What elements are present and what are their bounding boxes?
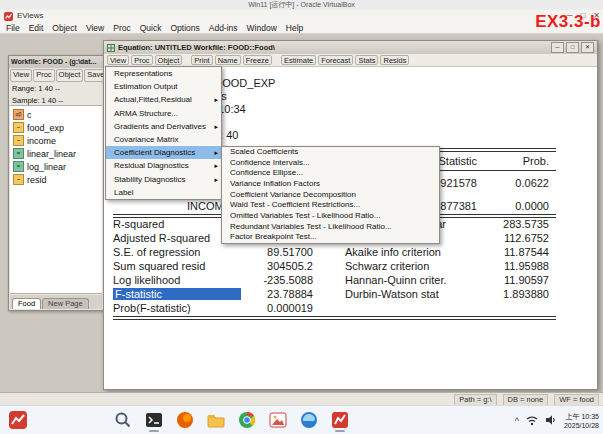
eq-view-button[interactable]: View [107, 55, 129, 65]
chrome-icon[interactable] [236, 409, 258, 431]
menu-window[interactable]: Window [247, 22, 277, 33]
equation-icon [13, 148, 24, 159]
workfile-save-button[interactable]: Save [84, 69, 103, 82]
eq-name-button[interactable]: Name [215, 55, 241, 65]
eq-estimate-button[interactable]: Estimate [281, 55, 316, 65]
firefox-icon[interactable] [174, 409, 196, 431]
workfile-tabs: Food New Page [10, 295, 102, 309]
list-item[interactable]: c [10, 108, 102, 121]
eq-print-button[interactable]: Print [191, 55, 212, 65]
eq-forecast-button[interactable]: Forecast [318, 55, 353, 65]
list-item[interactable]: log_linear [10, 160, 102, 173]
edge-icon[interactable] [298, 409, 320, 431]
submenu-item-variance-inflation-factors[interactable]: Variance Inflation Factors [222, 179, 439, 190]
network-icon[interactable] [526, 412, 538, 430]
tray-time: 上午 10:35 [564, 412, 599, 421]
stat-label: R-squared [113, 218, 164, 230]
minimize-icon[interactable]: ─ [551, 42, 564, 53]
menu-item-stability-diagnostics[interactable]: Stability Diagnostics [106, 173, 221, 186]
terminal-icon[interactable] [143, 409, 165, 431]
workfile-object-button[interactable]: Object [56, 69, 84, 82]
stat-label: Hannan-Quinn criter. [345, 274, 447, 286]
menu-quick[interactable]: Quick [140, 22, 162, 33]
submenu-item-wald-test[interactable]: Wald Test - Coefficient Restrictions... [222, 200, 439, 211]
eq-proc-button[interactable]: Proc [131, 55, 152, 65]
menu-item-coefficient-diagnostics[interactable]: Coefficient Diagnostics [106, 146, 221, 159]
eq-object-button[interactable]: Object [155, 55, 183, 65]
menu-item-covariance-matrix[interactable]: Covariance Matrix [106, 133, 221, 146]
menu-item-estimation-output[interactable]: Estimation Output [106, 80, 221, 93]
submenu-item-scaled-coefficients[interactable]: Scaled Coefficients [222, 147, 439, 158]
workfile-window[interactable]: Workfile: FOOD - (g:\dat... View Proc Ob… [8, 55, 104, 311]
equation-titlebar[interactable]: Equation: UNTITLED Workfile: FOOD::Food\… [104, 41, 597, 54]
object-label: income [27, 136, 56, 146]
submenu-item-omitted-variables-test[interactable]: Omitted Variables Test - Likelihood Rati… [222, 211, 439, 222]
eq-freeze-button[interactable]: Freeze [243, 55, 272, 65]
submenu-item-redundant-variables-test[interactable]: Redundant Variables Test - Likelihood Ra… [222, 222, 439, 233]
equation-title: Equation: UNTITLED Workfile: FOOD::Food\ [118, 43, 275, 52]
menu-item-gradients-derivatives[interactable]: Gradients and Derivatives [106, 120, 221, 133]
window-grid-icon [107, 44, 115, 52]
statusbar: Path = g:\ DB = none WF = food [0, 392, 603, 405]
annotation-label: EX3.3-b [535, 12, 601, 32]
menu-proc[interactable]: Proc [113, 22, 130, 33]
menu-help[interactable]: Help [286, 22, 303, 33]
menu-item-label[interactable]: Label [106, 186, 221, 199]
list-item[interactable]: linear_linear [10, 147, 102, 160]
workfile-toolbar: View Proc Object Save Freeze [9, 68, 103, 83]
stat-label: Schwarz criterion [345, 260, 429, 272]
workfile-view-button[interactable]: View [10, 69, 32, 82]
taskbar-clock[interactable]: 上午 10:35 2025/10/28 [564, 412, 599, 430]
menubar: File Edit Object View Proc Quick Options… [0, 22, 603, 34]
stat-value: 112.6752 [504, 232, 549, 244]
eviews-logo-icon [4, 12, 13, 21]
stat-label: Log likelihood [113, 274, 180, 286]
object-label: linear_linear [27, 149, 76, 159]
workfile-titlebar[interactable]: Workfile: FOOD - (g:\dat... [9, 56, 103, 68]
workfile-object-list: c food_exp income linear_linear log_line… [10, 105, 102, 294]
submenu-item-factor-breakpoint-test[interactable]: Factor Breakpoint Test... [222, 232, 439, 243]
stat-value: 1.893880 [503, 288, 549, 300]
volume-icon[interactable] [545, 412, 557, 430]
stats-row: S.E. of regression 89.51700 Akaike info … [112, 246, 549, 258]
eviews-taskbar-icon[interactable] [8, 410, 28, 430]
stat-label: Akaike info criterion [345, 246, 441, 258]
file-explorer-icon[interactable] [205, 409, 227, 431]
menu-file[interactable]: File [6, 22, 20, 33]
virtualbox-titlebar: Win11 [运行中] - Oracle VirtualBox [0, 0, 603, 10]
menu-item-actual-fitted-residual[interactable]: Actual,Fitted,Residual [106, 93, 221, 106]
f-statistic-cell-selected[interactable]: F-statistic [113, 288, 241, 300]
eq-resids-button[interactable]: Resids [380, 55, 409, 65]
eq-stats-button[interactable]: Stats [355, 55, 378, 65]
restore-icon[interactable]: □ [566, 42, 579, 53]
menu-item-arma-structure[interactable]: ARMA Structure... [106, 107, 221, 120]
tab-new-page[interactable]: New Page [42, 298, 89, 309]
menu-object[interactable]: Object [52, 22, 77, 33]
search-icon[interactable] [112, 409, 134, 431]
eviews-taskbar-icon[interactable] [329, 409, 351, 431]
menu-addins[interactable]: Add-ins [209, 22, 238, 33]
coefficient-diagnostics-submenu: Scaled Coefficients Confidence Intervals… [221, 146, 440, 244]
menu-view[interactable]: View [86, 22, 104, 33]
cell: 0.0622 [515, 177, 549, 189]
photos-icon[interactable] [267, 409, 289, 431]
workfile-range: Range: 1 40 -- [9, 83, 103, 95]
tray-expand-icon[interactable]: ^ [515, 416, 519, 426]
app-title: EViews [17, 10, 44, 22]
list-item[interactable]: food_exp [10, 121, 102, 134]
stat-value: 11.95988 [504, 260, 549, 272]
workfile-proc-button[interactable]: Proc [33, 69, 54, 82]
menu-edit[interactable]: Edit [29, 22, 44, 33]
submenu-item-coef-variance-decomposition[interactable]: Coefficient Variance Decomposition [222, 190, 439, 201]
tab-food[interactable]: Food [12, 298, 41, 309]
menu-item-representations[interactable]: Representations [106, 67, 221, 80]
close-icon[interactable]: ✕ [581, 42, 594, 53]
list-item[interactable]: income [10, 134, 102, 147]
submenu-item-confidence-ellipse[interactable]: Confidence Ellipse... [222, 168, 439, 179]
submenu-item-confidence-intervals[interactable]: Confidence Intervals... [222, 158, 439, 169]
stats-row: Prob(F-statistic) 0.000019 [112, 302, 549, 314]
stats-row: F-statistic 23.78884 Durbin-Watson stat … [112, 288, 549, 300]
menu-item-residual-diagnostics[interactable]: Residual Diagnostics [106, 159, 221, 172]
list-item[interactable]: resid [10, 173, 102, 186]
menu-options[interactable]: Options [170, 22, 199, 33]
